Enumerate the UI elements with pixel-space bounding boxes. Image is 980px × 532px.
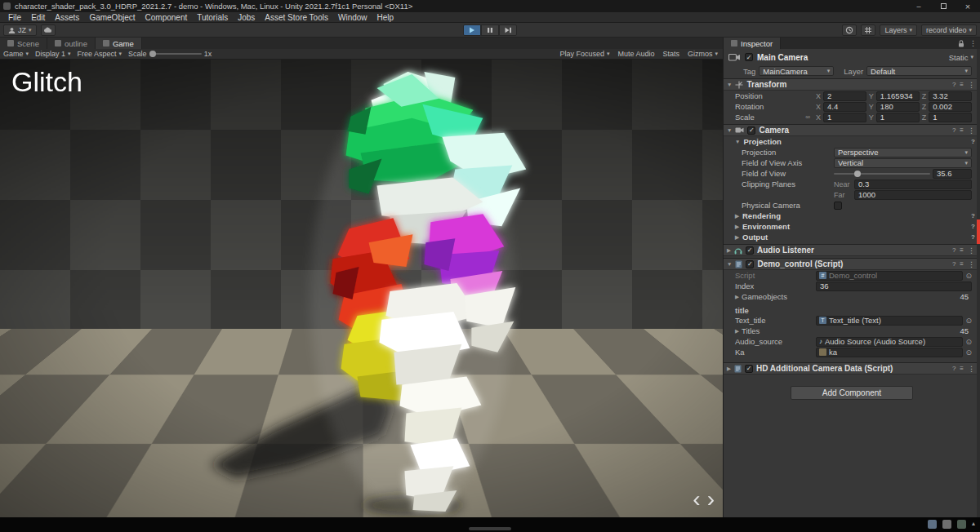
aspect-dropdown[interactable]: Free Aspect: [78, 50, 122, 58]
rotation-y-input[interactable]: 180: [876, 102, 920, 112]
help-icon[interactable]: [952, 260, 956, 268]
tray-console-icon[interactable]: [942, 520, 951, 529]
gizmos-dropdown[interactable]: Gizmos: [688, 50, 718, 58]
active-checkbox[interactable]: [745, 53, 753, 61]
help-icon[interactable]: [971, 212, 975, 219]
foldout-closed-icon[interactable]: [735, 294, 739, 300]
preset-icon[interactable]: [960, 365, 964, 372]
game-view-menu[interactable]: Game: [3, 50, 29, 58]
preset-icon[interactable]: [960, 260, 964, 268]
chevron-up-icon[interactable]: [972, 521, 975, 528]
menu-icon[interactable]: [968, 126, 975, 135]
environment-section-header[interactable]: Environment: [724, 221, 980, 232]
audio-listener-checkbox[interactable]: [746, 246, 754, 255]
undo-history-button[interactable]: [842, 24, 857, 36]
fov-slider-thumb[interactable]: [854, 171, 861, 177]
far-input[interactable]: 1000: [854, 190, 972, 200]
near-input[interactable]: 0.3: [854, 180, 972, 189]
game-viewport[interactable]: Glitch: [0, 60, 723, 517]
menu-asset-store-tools[interactable]: Asset Store Tools: [260, 13, 333, 22]
rotation-z-input[interactable]: 0.002: [929, 102, 972, 112]
tag-dropdown[interactable]: MainCamera: [759, 66, 834, 76]
script-object-field[interactable]: # Demo_control: [816, 271, 963, 281]
foldout-closed-icon[interactable]: [735, 224, 739, 230]
demo-control-header[interactable]: Demo_control (Script): [724, 258, 980, 270]
preset-icon[interactable]: [960, 81, 964, 88]
play-focused-dropdown[interactable]: Play Focused: [559, 50, 609, 58]
menu-icon[interactable]: [968, 260, 975, 268]
account-button[interactable]: JZ: [3, 24, 37, 36]
position-x-input[interactable]: 2: [823, 91, 866, 101]
help-icon[interactable]: [952, 365, 956, 372]
menu-component[interactable]: Component: [140, 13, 193, 22]
help-icon[interactable]: [971, 233, 975, 241]
help-icon[interactable]: [952, 126, 956, 134]
fov-slider[interactable]: [834, 173, 930, 175]
position-z-input[interactable]: 3.32: [929, 91, 972, 101]
hd-camera-data-checkbox[interactable]: [745, 365, 753, 373]
gameobjects-count[interactable]: 45: [960, 292, 972, 301]
minimize-button[interactable]: [906, 0, 931, 12]
inspector-menu-icon[interactable]: [969, 39, 977, 47]
pause-button[interactable]: [481, 24, 499, 36]
cloud-button[interactable]: [41, 24, 56, 36]
camera-enabled-checkbox[interactable]: [747, 126, 755, 135]
display-dropdown[interactable]: Display 1: [35, 50, 71, 58]
help-icon[interactable]: [971, 138, 975, 145]
grid-snap-button[interactable]: [861, 24, 875, 36]
add-component-button[interactable]: Add Component: [791, 386, 913, 400]
scale-z-input[interactable]: 1: [929, 113, 972, 122]
menu-jobs[interactable]: Jobs: [233, 13, 260, 22]
audio-listener-header[interactable]: Audio Listener: [724, 244, 980, 256]
foldout-open-icon[interactable]: [727, 82, 732, 87]
help-icon[interactable]: [971, 223, 975, 230]
demo-control-checkbox[interactable]: [746, 260, 754, 268]
menu-help[interactable]: Help: [372, 13, 399, 22]
inspector-scrollbar[interactable]: [977, 49, 980, 517]
transform-header[interactable]: Transform: [724, 78, 980, 91]
projection-dropdown[interactable]: Perspective: [834, 148, 972, 157]
preset-icon[interactable]: [960, 246, 964, 254]
stats-toggle[interactable]: Stats: [662, 50, 679, 58]
mute-audio-toggle[interactable]: Mute Audio: [617, 50, 654, 58]
foldout-closed-icon[interactable]: [735, 328, 739, 335]
object-picker-icon[interactable]: [965, 272, 972, 280]
object-picker-icon[interactable]: [965, 338, 972, 346]
scale-y-input[interactable]: 1: [876, 113, 920, 122]
hd-camera-data-header[interactable]: HD Additional Camera Data (Script): [724, 362, 980, 375]
tab-outline[interactable]: outline: [47, 38, 96, 49]
layout-dropdown[interactable]: record video: [921, 24, 977, 36]
projection-section-header[interactable]: Projection: [724, 136, 980, 147]
camera-header[interactable]: Camera: [724, 124, 980, 136]
foldout-open-icon[interactable]: [727, 261, 732, 267]
foldout-open-icon[interactable]: [727, 127, 732, 133]
step-button[interactable]: [499, 24, 517, 36]
tray-status-icon[interactable]: [928, 520, 937, 529]
foldout-open-icon[interactable]: [735, 139, 740, 144]
preset-icon[interactable]: [960, 126, 964, 134]
scale-slider[interactable]: [149, 53, 202, 55]
menu-tutorials[interactable]: Tutorials: [192, 13, 233, 22]
next-button[interactable]: [707, 488, 715, 511]
object-picker-icon[interactable]: [965, 348, 972, 357]
tab-scene[interactable]: Scene: [0, 38, 47, 49]
menu-file[interactable]: File: [3, 13, 26, 22]
close-button[interactable]: [956, 0, 980, 12]
position-y-input[interactable]: 1.165934: [876, 91, 920, 101]
menu-window[interactable]: Window: [333, 13, 372, 22]
scale-slider-thumb[interactable]: [149, 51, 156, 57]
fov-axis-dropdown[interactable]: Vertical: [834, 158, 972, 168]
help-icon[interactable]: [952, 246, 956, 254]
static-dropdown[interactable]: Static: [949, 53, 973, 62]
index-input[interactable]: 36: [816, 282, 972, 291]
play-button[interactable]: [463, 24, 481, 36]
tab-game[interactable]: Game: [96, 38, 142, 49]
tab-inspector[interactable]: Inspector: [724, 38, 781, 49]
text-title-object-field[interactable]: T Text_title (Text): [816, 316, 963, 326]
menu-icon[interactable]: [968, 81, 975, 89]
foldout-closed-icon[interactable]: [727, 366, 731, 372]
foldout-closed-icon[interactable]: [735, 234, 739, 241]
layers-dropdown[interactable]: Layers: [880, 24, 917, 36]
scale-x-input[interactable]: 1: [823, 113, 866, 122]
maximize-button[interactable]: [931, 0, 956, 12]
